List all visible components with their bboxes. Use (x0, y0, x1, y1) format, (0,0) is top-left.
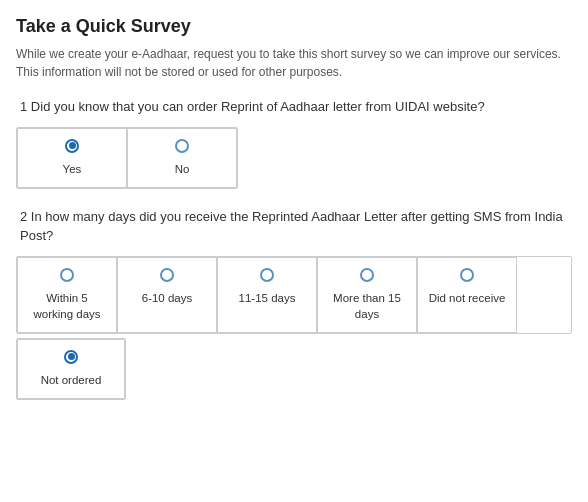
option-didnotreceive[interactable]: Did not receive (417, 257, 517, 333)
question-2-text: 2 In how many days did you receive the R… (16, 207, 572, 246)
option-6to10[interactable]: 6-10 days (117, 257, 217, 333)
option-no[interactable]: No (127, 128, 237, 188)
option-notordered-label: Not ordered (41, 372, 102, 388)
option-notordered[interactable]: Not ordered (17, 339, 125, 399)
option-notordered-container: Not ordered (16, 338, 126, 400)
option-11to15-label: 11-15 days (239, 290, 296, 306)
option-morethan15[interactable]: More than 15 days (317, 257, 417, 333)
radio-didnotreceive (460, 268, 474, 282)
radio-11to15 (260, 268, 274, 282)
radio-morethan15 (360, 268, 374, 282)
radio-within5 (60, 268, 74, 282)
survey-container: Take a Quick Survey While we create your… (16, 16, 572, 400)
option-didnotreceive-label: Did not receive (429, 290, 506, 306)
radio-notordered (64, 350, 78, 364)
question-1-options: Yes No (16, 127, 238, 189)
radio-no (175, 139, 189, 153)
option-11to15[interactable]: 11-15 days (217, 257, 317, 333)
option-yes-label: Yes (63, 161, 82, 177)
option-morethan15-label: More than 15 days (326, 290, 408, 322)
question-2-options: Within 5 working days 6-10 days 11-15 da… (16, 256, 572, 334)
option-yes[interactable]: Yes (17, 128, 127, 188)
question-1-text: 1 Did you know that you can order Reprin… (16, 97, 572, 117)
option-within5-label: Within 5 working days (26, 290, 108, 322)
survey-title: Take a Quick Survey (16, 16, 572, 37)
radio-yes (65, 139, 79, 153)
option-6to10-label: 6-10 days (142, 290, 193, 306)
radio-6to10 (160, 268, 174, 282)
option-within5[interactable]: Within 5 working days (17, 257, 117, 333)
survey-description: While we create your e-Aadhaar, request … (16, 45, 572, 81)
option-no-label: No (175, 161, 190, 177)
question-1-block: 1 Did you know that you can order Reprin… (16, 97, 572, 189)
question-2-block: 2 In how many days did you receive the R… (16, 207, 572, 400)
